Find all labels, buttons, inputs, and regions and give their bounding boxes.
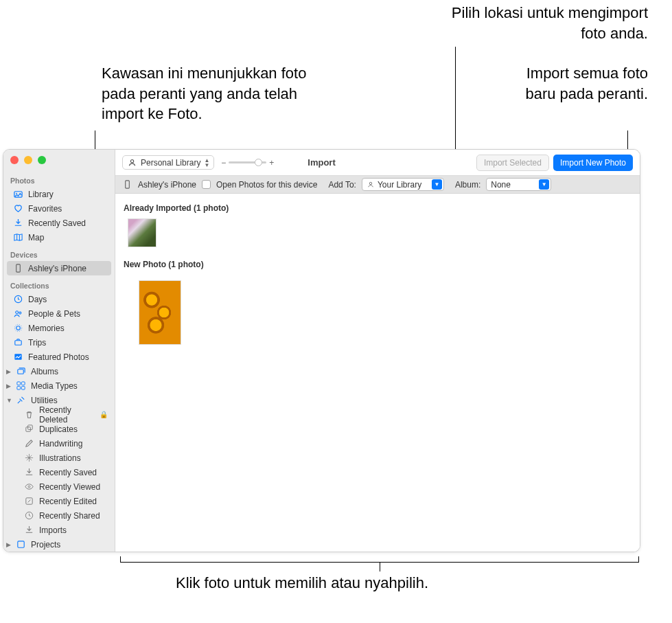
sidebar-item-label: Imports — [39, 525, 67, 535]
bracket-line — [120, 556, 121, 562]
sidebar-item-people[interactable]: People & Pets — [3, 306, 115, 321]
sidebar-item-imports[interactable]: Imports — [3, 523, 115, 537]
zoom-minus-icon: − — [221, 158, 226, 168]
sidebar-item-media-types[interactable]: ▶ Media Types — [3, 378, 115, 393]
sidebar-item-recently-deleted[interactable]: Recently Deleted 🔒 — [3, 407, 115, 422]
svg-point-7 — [14, 324, 21, 331]
sidebar-item-label: People & Pets — [28, 309, 80, 319]
library-icon — [13, 189, 23, 199]
sidebar-item-map[interactable]: Map — [3, 230, 115, 245]
sidebar-item-label: Days — [28, 295, 47, 304]
open-photos-label: Open Photos for this device — [216, 180, 317, 190]
projects-icon — [16, 539, 26, 550]
minimize-window-button[interactable] — [24, 156, 32, 164]
add-to-label: Add To: — [328, 180, 356, 190]
svg-point-23 — [369, 182, 371, 184]
device-name: Ashley's iPhone — [138, 180, 196, 190]
open-photos-checkbox[interactable] — [202, 180, 211, 189]
sidebar-item-recently-saved[interactable]: Recently Saved — [3, 216, 115, 230]
sidebar-item-label: Library — [28, 190, 54, 199]
close-window-button[interactable] — [10, 156, 19, 164]
sidebar-item-label: Recently Edited — [39, 497, 97, 506]
album-value: None — [491, 180, 511, 190]
svg-rect-13 — [17, 386, 21, 389]
sidebar-item-label: Media Types — [31, 381, 78, 391]
sidebar-item-label: Recently Saved — [28, 218, 86, 228]
callout-select: Klik foto untuk memilih atau nyahpilih. — [165, 573, 439, 593]
chevron-right-icon: ▶ — [6, 368, 12, 375]
people-icon — [13, 308, 23, 319]
sidebar-item-projects[interactable]: ▶ Projects — [3, 537, 115, 552]
share-icon — [24, 510, 34, 521]
svg-rect-2 — [16, 264, 21, 272]
main-pane: Personal Library ▲▼ − + Import Import Se… — [115, 150, 640, 552]
sidebar-item-days[interactable]: Days — [3, 292, 115, 306]
eye-icon — [24, 482, 34, 492]
sidebar-item-featured[interactable]: Featured Photos — [3, 350, 115, 364]
sidebar-item-label: Illustrations — [39, 453, 81, 463]
sidebar-item-duplicates[interactable]: Duplicates — [3, 422, 115, 436]
sidebar-section-collections: Collections — [3, 275, 115, 292]
sidebar-item-recently-viewed[interactable]: Recently Viewed — [3, 479, 115, 494]
grid-icon — [16, 381, 26, 391]
svg-point-4 — [16, 311, 19, 314]
sidebar-item-label: Favorites — [28, 204, 62, 214]
import-new-button[interactable]: Import New Photo — [553, 155, 633, 171]
album-dropdown[interactable]: None ▼ — [486, 178, 551, 191]
sidebar-item-favorites[interactable]: Favorites — [3, 201, 115, 216]
pencil-icon — [24, 438, 34, 449]
zoom-thumb[interactable] — [255, 159, 262, 166]
duplicate-icon — [24, 424, 34, 434]
zoom-track[interactable] — [229, 161, 266, 163]
svg-point-6 — [16, 326, 21, 330]
toolbar: Personal Library ▲▼ − + Import Import Se… — [115, 150, 640, 176]
svg-rect-22 — [126, 181, 130, 188]
sidebar-item-handwriting[interactable]: Handwriting — [3, 436, 115, 451]
sidebar-item-recently-shared[interactable]: Recently Shared — [3, 508, 115, 523]
section-already-imported: Already Imported (1 photo) — [124, 203, 632, 213]
section-new-photo: New Photo (1 photo) — [124, 260, 632, 269]
sidebar-item-label: Featured Photos — [28, 352, 89, 362]
sidebar-item-label: Recently Deleted — [39, 405, 95, 424]
phone-icon — [13, 263, 23, 273]
sidebar-item-recently-edited[interactable]: Recently Edited — [3, 494, 115, 508]
lock-icon: 🔒 — [100, 411, 108, 418]
person-icon — [127, 157, 137, 168]
sidebar-item-label: Trips — [28, 338, 46, 348]
callout-already-imported: Kawasan ini menunjukkan foto pada perant… — [102, 63, 335, 124]
sidebar-section-photos: Photos — [3, 170, 115, 187]
sidebar-item-memories[interactable]: Memories — [3, 321, 115, 335]
sidebar-item-library[interactable]: Library — [3, 187, 115, 201]
import-selected-button[interactable]: Import Selected — [476, 155, 549, 171]
dropdown-arrow-icon: ▼ — [539, 179, 549, 190]
zoom-window-button[interactable] — [38, 156, 46, 164]
clock-icon — [13, 294, 23, 304]
stack-icon — [16, 366, 26, 376]
sidebar-item-trips[interactable]: Trips — [3, 335, 115, 350]
sidebar-item-label: Duplicates — [39, 424, 78, 434]
svg-point-1 — [16, 193, 17, 194]
memories-icon — [13, 323, 23, 333]
sidebar-item-illustrations[interactable]: Illustrations — [3, 451, 115, 465]
photo-thumbnail[interactable] — [128, 218, 157, 247]
sidebar-item-albums[interactable]: ▶ Albums — [3, 364, 115, 378]
svg-point-17 — [28, 486, 30, 488]
map-icon — [13, 232, 23, 242]
heart-icon — [13, 203, 23, 214]
svg-rect-9 — [14, 354, 21, 359]
tools-icon — [16, 395, 26, 405]
sparkle-icon — [24, 453, 34, 463]
sidebar-item-recently-saved-2[interactable]: Recently Saved — [3, 465, 115, 479]
photo-thumbnail[interactable] — [139, 280, 181, 345]
phone-icon — [122, 179, 132, 190]
callout-import-all: Import semua foto baru pada peranti. — [497, 63, 648, 104]
sidebar-item-device[interactable]: Ashley's iPhone — [7, 261, 111, 275]
library-selector[interactable]: Personal Library ▲▼ — [122, 155, 214, 170]
sidebar-item-label: Utilities — [31, 396, 58, 405]
album-label: Album: — [455, 180, 480, 190]
sidebar-item-label: Ashley's iPhone — [28, 264, 86, 273]
sidebar-item-label: Recently Shared — [39, 511, 100, 521]
zoom-slider[interactable]: − + — [221, 158, 274, 168]
add-to-value: Your Library — [378, 180, 421, 190]
add-to-dropdown[interactable]: Your Library ▼ — [362, 178, 444, 191]
